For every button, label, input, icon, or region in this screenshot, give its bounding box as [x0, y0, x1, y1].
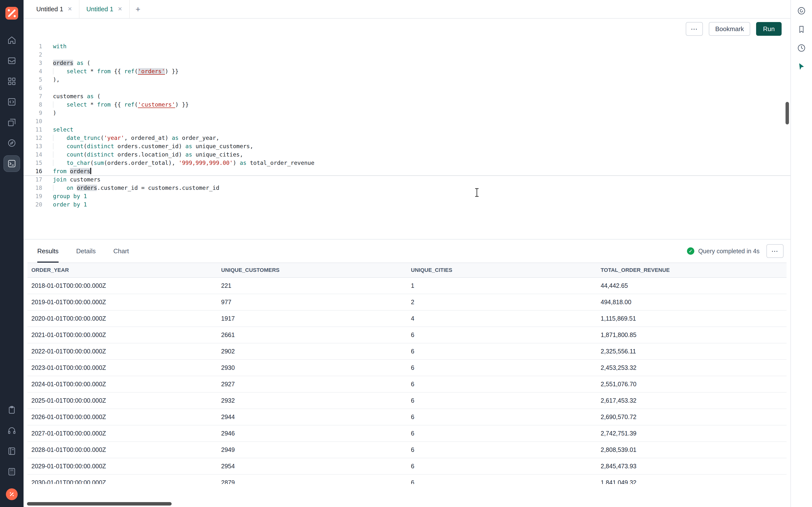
table-cell: 2946	[217, 425, 407, 442]
table-cell: 2,551,076.70	[597, 376, 786, 392]
code-line[interactable]: 18 on orders.customer_id = customers.cus…	[23, 184, 791, 192]
account-avatar[interactable]	[6, 488, 18, 500]
new-tab-button[interactable]: +	[130, 0, 146, 18]
table-row[interactable]: 2022-01-01T00:00:00.000Z290262,325,556.1…	[28, 343, 786, 359]
table-row[interactable]: 2024-01-01T00:00:00.000Z292762,551,076.7…	[28, 376, 786, 392]
code-line[interactable]: 3orders as (	[23, 59, 791, 67]
code-line[interactable]: 8 select * from {{ ref('customers') }}	[23, 100, 791, 109]
history-button[interactable]	[795, 41, 808, 55]
column-header[interactable]: UNIQUE_CUSTOMERS	[217, 263, 407, 278]
close-icon[interactable]: ✕	[68, 6, 72, 12]
sidebar-item-explore[interactable]	[4, 135, 19, 151]
code-line[interactable]: 14 count(distinct orders.location_id) as…	[23, 150, 791, 159]
code-line[interactable]: 2	[23, 50, 791, 59]
sidebar-item-code[interactable]	[4, 94, 19, 110]
table-cell: 2018-01-01T00:00:00.000Z	[28, 278, 217, 294]
line-number: 14	[23, 150, 49, 159]
tab-chart[interactable]: Chart	[113, 239, 129, 263]
code-line[interactable]: 9)	[23, 109, 791, 117]
code-line[interactable]: 1with	[23, 42, 791, 50]
table-row[interactable]: 2028-01-01T00:00:00.000Z294962,808,539.0…	[28, 442, 786, 458]
line-number: 2	[23, 50, 49, 59]
cursor-arrow-icon	[798, 63, 805, 70]
horizontal-scrollbar[interactable]	[27, 502, 171, 506]
editor-tab-2[interactable]: Untitled 1 ✕	[80, 0, 130, 18]
code-line[interactable]: 10	[23, 117, 791, 125]
code-line[interactable]: 11select	[23, 125, 791, 134]
sidebar-item-windows[interactable]	[4, 115, 19, 130]
column-header[interactable]: TOTAL_ORDER_REVENUE	[597, 263, 786, 278]
check-circle-icon: ✓	[687, 247, 694, 255]
close-icon[interactable]: ✕	[118, 6, 122, 12]
code-line[interactable]: 20order by 1	[23, 200, 791, 209]
run-button[interactable]: Run	[756, 22, 781, 36]
code-line-content: join customers	[49, 175, 101, 184]
dbt-logo-icon[interactable]	[5, 7, 18, 19]
table-row[interactable]: 2025-01-01T00:00:00.000Z293262,617,453.3…	[28, 392, 786, 409]
table-cell: 2,690,570.72	[597, 409, 786, 425]
table-cell: 2020-01-01T00:00:00.000Z	[28, 310, 217, 327]
code-lines: 1with23orders as (4 select * from {{ ref…	[23, 39, 791, 209]
sql-editor[interactable]: 1with23orders as (4 select * from {{ ref…	[23, 39, 791, 239]
history-clock-icon	[797, 44, 806, 52]
code-line[interactable]: 16from orders	[23, 167, 791, 175]
sidebar-item-support[interactable]	[4, 423, 19, 438]
editor-vertical-scrollbar[interactable]	[785, 102, 789, 124]
sidebar-item-keypad[interactable]	[4, 464, 19, 480]
table-row[interactable]: 2020-01-01T00:00:00.000Z191741,115,869.5…	[28, 310, 786, 327]
table-row[interactable]: 2018-01-01T00:00:00.000Z221144,442.65	[28, 278, 786, 294]
more-options-button[interactable]: ⋯	[686, 22, 703, 36]
results-table-wrap: ORDER_YEARUNIQUE_CUSTOMERSUNIQUE_CITIEST…	[28, 263, 786, 484]
code-line-content: select	[49, 125, 73, 134]
column-header[interactable]: ORDER_YEAR	[28, 263, 217, 278]
editor-tab-1[interactable]: Untitled 1 ✕	[30, 0, 80, 18]
sidebar-item-clipboard[interactable]	[4, 402, 19, 418]
code-line-content: on orders.customer_id = customers.custom…	[49, 184, 219, 192]
bookmark-button[interactable]: Bookmark	[709, 22, 750, 36]
table-row[interactable]: 2019-01-01T00:00:00.000Z9772494,818.00	[28, 294, 786, 310]
column-header[interactable]: UNIQUE_CITIES	[407, 263, 597, 278]
code-line[interactable]: 12 date_trunc('year', ordered_at) as ord…	[23, 134, 791, 142]
avatar-mark-icon	[9, 491, 15, 497]
code-line[interactable]: 15 to_char(sum(orders.order_total), '999…	[23, 159, 791, 167]
table-row[interactable]: 2023-01-01T00:00:00.000Z293062,453,253.3…	[28, 359, 786, 376]
table-cell: 1917	[217, 310, 407, 327]
code-line[interactable]: 6	[23, 84, 791, 92]
table-row[interactable]: 2027-01-01T00:00:00.000Z294662,742,751.3…	[28, 425, 786, 442]
table-cell: 6	[407, 343, 597, 359]
editor-toolbar: ⋯ Bookmark Run	[23, 19, 791, 39]
results-more-button[interactable]: ⋯	[766, 244, 783, 258]
compass-icon	[7, 138, 16, 148]
sidebar-item-apps[interactable]	[4, 73, 19, 89]
sidebar-item-projects[interactable]	[4, 53, 19, 69]
sidebar-item-terminal[interactable]	[4, 156, 19, 171]
table-row[interactable]: 2029-01-01T00:00:00.000Z295462,845,473.9…	[28, 458, 786, 474]
editor-tab-label: Untitled 1	[36, 5, 63, 13]
table-cell: 2,453,253.32	[597, 359, 786, 376]
code-line[interactable]: 19group by 1	[23, 192, 791, 200]
line-number: 3	[23, 59, 49, 67]
code-line[interactable]: 17join customers	[23, 175, 791, 184]
code-line[interactable]: 13 count(distinct orders.customer_id) as…	[23, 142, 791, 150]
tab-details[interactable]: Details	[76, 239, 96, 263]
results-table-scroll[interactable]: 2018-01-01T00:00:00.000Z221144,442.65201…	[28, 278, 786, 484]
bookmarks-button[interactable]	[795, 22, 808, 36]
sidebar-item-docs[interactable]	[4, 443, 19, 459]
code-line[interactable]: 7customers as (	[23, 92, 791, 100]
line-number: 13	[23, 142, 49, 150]
code-line-content	[49, 117, 53, 125]
tab-results[interactable]: Results	[37, 239, 59, 263]
code-line[interactable]: 4 select * from {{ ref('orders') }}	[23, 67, 791, 75]
copilot-button[interactable]	[795, 4, 808, 18]
table-row[interactable]: 2030-01-01T00:00:00.000Z287961,841,049.3…	[28, 474, 786, 484]
main-area: Untitled 1 ✕ Untitled 1 ✕ + ⋯ Bookmark R…	[23, 0, 791, 507]
table-row[interactable]: 2021-01-01T00:00:00.000Z266161,871,800.8…	[28, 327, 786, 343]
pointer-mode-button[interactable]	[795, 60, 808, 73]
line-number: 17	[23, 175, 49, 184]
ellipsis-icon: ⋯	[691, 25, 698, 33]
sidebar-item-home[interactable]	[4, 32, 19, 48]
query-status: ✓ Query completed in 4s ⋯	[687, 244, 783, 258]
code-line[interactable]: 5),	[23, 75, 791, 84]
terminal-icon	[7, 159, 16, 168]
table-row[interactable]: 2026-01-01T00:00:00.000Z294462,690,570.7…	[28, 409, 786, 425]
